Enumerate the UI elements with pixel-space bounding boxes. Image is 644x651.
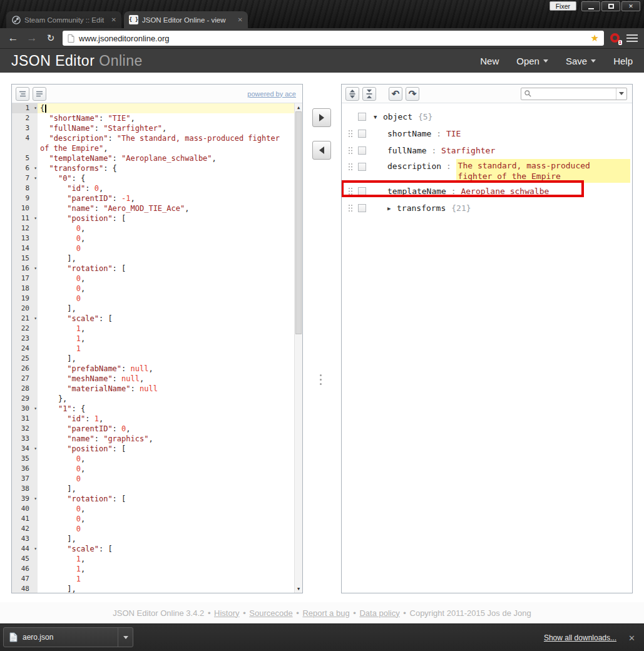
field-value[interactable]: TIE [446,129,461,138]
search-box[interactable] [521,88,627,100]
scroll-down-icon[interactable]: ▼ [295,585,302,593]
tab-close-icon[interactable]: ✕ [238,16,243,23]
undo-button[interactable]: ↶ [389,87,402,101]
code-line-35[interactable]: 35 0, [12,454,302,464]
code-line-34[interactable]: 34▾ "position": [ [12,444,302,454]
code-line-2[interactable]: 2 "shortName": "TIE", [12,113,302,123]
code-line-48[interactable]: 48 ], [12,584,302,593]
compact-button[interactable] [33,87,46,101]
code-line-40[interactable]: 40 0, [12,504,302,514]
field-name[interactable]: templateName [387,187,446,196]
fold-triangle-icon[interactable]: ▾ [34,314,37,324]
footer-link-history[interactable]: History [214,608,239,618]
row-menu-button[interactable] [358,146,366,155]
code-line-25[interactable]: 25 ], [12,354,302,364]
browser-menu-icon[interactable] [626,34,638,42]
splitter-handle[interactable] [320,372,322,387]
fold-triangle-icon[interactable]: ▾ [34,173,37,183]
tree-row-description[interactable]: description : The standard, mass-produce… [348,159,632,183]
drag-handle-icon[interactable] [348,163,354,171]
row-menu-button[interactable] [358,113,366,121]
fold-triangle-icon[interactable]: ▾ [34,494,37,504]
code-line-26[interactable]: 26 "prefabName": null, [12,364,302,374]
powered-by-ace-link[interactable]: powered by ace [247,90,296,98]
reload-button[interactable]: ↻ [44,33,58,44]
code-line-15[interactable]: 15 ], [12,254,302,264]
code-editor[interactable]: 1▾{2 "shortName": "TIE",3 "fullName": "S… [12,103,302,593]
fold-triangle-icon[interactable]: ▾ [34,103,37,113]
shelf-close-icon[interactable]: ✕ [628,633,635,642]
bookmark-star-icon[interactable]: ★ [591,33,599,44]
field-name[interactable]: fullName [387,146,427,155]
copy-to-left-button[interactable] [312,141,331,160]
code-line-3[interactable]: 3 "fullName": "Starfighter", [12,123,302,133]
collapse-triangle-icon[interactable]: ▼ [374,114,383,120]
expand-triangle-icon[interactable]: ▶ [387,205,397,212]
code-line-27[interactable]: 27 "meshName": null, [12,374,302,384]
code-line-46[interactable]: 46 1, [12,564,302,574]
footer-link-report-a-bug[interactable]: Report a bug [302,608,349,618]
field-value[interactable]: Starfighter [441,146,495,155]
fold-triangle-icon[interactable]: ▾ [34,213,37,223]
fixer-button[interactable]: Fixer [549,1,576,11]
search-input[interactable] [534,89,613,99]
field-name[interactable]: description [387,161,441,171]
fold-triangle-icon[interactable]: ▾ [34,404,37,414]
tree-row-transforms[interactable]: ▶transforms{21} [348,200,632,217]
drag-handle-icon[interactable] [348,187,354,195]
fold-triangle-icon[interactable]: ▾ [34,264,37,274]
back-button[interactable]: ← [6,32,20,44]
redo-button[interactable]: ↷ [406,87,419,101]
code-line-wrap[interactable]: of the Empire", [12,143,302,153]
field-value[interactable]: The standard, mass-produced fighter of t… [456,159,630,183]
header-menu-open[interactable]: Open [516,56,548,66]
tree-row-object[interactable]: ▼object{5} [348,108,632,125]
row-menu-button[interactable] [358,163,366,171]
code-line-6[interactable]: 6▾ "transforms": { [12,163,302,173]
code-line-19[interactable]: 19 0 [12,294,302,304]
code-line-29[interactable]: 29 }, [12,394,302,404]
expand-all-button[interactable] [345,87,359,101]
collapse-all-button[interactable] [362,87,376,101]
code-line-36[interactable]: 36 0, [12,464,302,474]
download-dropdown[interactable] [118,628,133,647]
footer-link-data-policy[interactable]: Data policy [359,608,399,618]
code-line-32[interactable]: 32 "parentID": 0, [12,424,302,434]
code-line-1[interactable]: 1▾{ [12,103,302,113]
code-line-24[interactable]: 24 1 [12,344,302,354]
code-line-42[interactable]: 42 0 [12,524,302,534]
format-button[interactable] [16,87,29,101]
footer-link-sourcecode[interactable]: Sourcecode [249,608,292,618]
header-menu-new[interactable]: New [480,56,499,66]
code-line-22[interactable]: 22 1, [12,324,302,334]
code-line-39[interactable]: 39▾ "rotation": [ [12,494,302,504]
search-options-dropdown[interactable] [616,88,626,100]
copy-to-right-button[interactable] [312,108,331,127]
code-line-17[interactable]: 17 0, [12,274,302,284]
code-line-37[interactable]: 37 0 [12,474,302,484]
code-line-11[interactable]: 11▾ "position": [ [12,213,302,223]
scroll-up-icon[interactable]: ▲ [295,103,302,111]
row-menu-button[interactable] [358,130,366,138]
row-menu-button[interactable] [358,204,366,212]
field-name[interactable]: shortName [387,129,431,138]
code-line-30[interactable]: 30▾ "1": { [12,404,302,414]
code-line-18[interactable]: 18 0, [12,284,302,294]
show-all-downloads-link[interactable]: Show all downloads... [544,633,616,642]
code-line-31[interactable]: 31 "id": 1, [12,414,302,424]
code-line-43[interactable]: 43 ], [12,534,302,544]
code-line-44[interactable]: 44▾ "scale": [ [12,544,302,554]
drag-handle-icon[interactable] [348,130,354,138]
code-line-13[interactable]: 13 0, [12,233,302,243]
browser-tab-1[interactable]: Steam Community :: Edit✕ [6,11,121,28]
code-line-21[interactable]: 21▾ "scale": [ [12,314,302,324]
header-menu-help[interactable]: Help [613,56,633,66]
code-line-47[interactable]: 47 1 [12,574,302,584]
browser-tab-2[interactable]: { }JSON Editor Online - view✕ [124,11,248,28]
extension-icon[interactable]: 1 [609,33,621,44]
code-line-33[interactable]: 33 "name": "graphics", [12,434,302,444]
tree-row-shortName[interactable]: shortName : TIE [348,125,632,142]
address-bar[interactable]: www.jsoneditoronline.org ★ [63,31,604,46]
code-line-20[interactable]: 20 ], [12,304,302,314]
tab-close-icon[interactable]: ✕ [111,16,116,23]
